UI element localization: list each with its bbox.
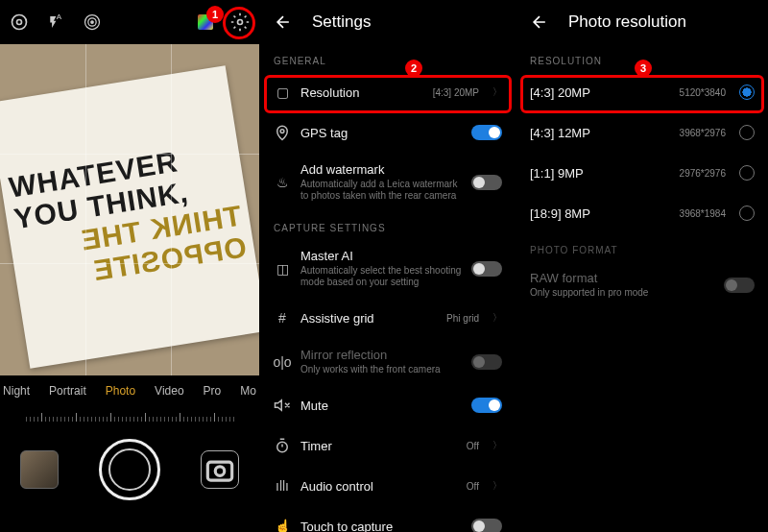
radio-row-8mp[interactable]: [18:9] 8MP 3968*1984	[516, 193, 768, 233]
switch-camera-button[interactable]	[201, 450, 239, 489]
ai-icon[interactable]	[10, 12, 29, 32]
svg-point-4	[91, 21, 94, 24]
watermark-icon: ♨	[274, 174, 291, 191]
live-photo-icon[interactable]	[83, 12, 102, 32]
radio-button[interactable]	[739, 165, 755, 181]
row-resolution[interactable]: ▢ Resolution [4:3] 20MP 〉	[260, 72, 516, 112]
svg-point-7	[215, 467, 225, 476]
radio-row-9mp[interactable]: [1:1] 9MP 2976*2976	[516, 153, 768, 193]
row-value: [4:3] 20MP	[433, 87, 479, 98]
flash-icon[interactable]: A	[46, 12, 65, 32]
svg-rect-6	[207, 462, 231, 480]
section-resolution: RESOLUTION	[516, 44, 768, 72]
row-sub: Only supported in pro mode	[530, 287, 714, 299]
toggle-watermark[interactable]	[471, 175, 502, 190]
svg-point-8	[280, 130, 284, 133]
mode-pro[interactable]: Pro	[204, 384, 222, 398]
row-label: Resolution	[300, 85, 423, 100]
option-label: [1:1] 9MP	[530, 166, 670, 181]
mode-video[interactable]: Video	[155, 384, 183, 398]
row-gps[interactable]: GPS tag	[260, 112, 516, 153]
row-timer[interactable]: Timer Off 〉	[260, 425, 516, 466]
row-watermark[interactable]: ♨ Add watermark Automatically add a Leic…	[260, 153, 516, 211]
row-label: Audio control	[300, 479, 457, 494]
row-masterai[interactable]: ◫ Master AI Automatically select the bes…	[260, 239, 516, 298]
radio-button[interactable]	[739, 85, 755, 100]
mode-night[interactable]: Night	[3, 384, 30, 398]
toggle-raw	[724, 278, 755, 293]
timer-icon	[274, 437, 291, 454]
radio-row-20mp[interactable]: [4:3] 20MP 5120*3840	[516, 72, 768, 112]
gear-icon[interactable]	[230, 12, 250, 32]
option-label: [4:3] 20MP	[530, 85, 670, 100]
row-label: Assistive grid	[300, 311, 437, 326]
option-label: [18:9] 8MP	[530, 206, 670, 221]
toggle-mute[interactable]	[471, 398, 502, 413]
row-sub: Automatically select the best shooting m…	[300, 265, 462, 288]
row-mirror: o|o Mirror reflection Only works with th…	[260, 338, 516, 385]
chevron-right-icon: 〉	[492, 439, 502, 452]
viewfinder[interactable]: WHATEVER YOU THINK, THINK THE OPPOSITE	[0, 44, 259, 375]
row-label: Mirror reflection	[300, 348, 462, 362]
radio-button[interactable]	[739, 125, 755, 140]
filter-icon[interactable]	[198, 14, 213, 30]
row-label: GPS tag	[300, 126, 462, 140]
row-label: Timer	[300, 439, 457, 453]
option-dims: 3968*2976	[680, 128, 726, 138]
camera-screen: A WHATEVER YOU THINK, THINK THE OPPOSITE…	[0, 0, 259, 532]
camera-controls	[0, 422, 259, 518]
radio-button[interactable]	[739, 206, 755, 221]
row-label: Master AI	[300, 249, 462, 263]
chevron-right-icon: 〉	[492, 479, 502, 493]
mute-icon	[274, 397, 291, 414]
toggle-mirror	[471, 354, 502, 370]
camera-top-bar: A	[0, 0, 259, 44]
row-label: Mute	[300, 399, 462, 413]
row-touch[interactable]: ☝ Touch to capture	[260, 506, 516, 532]
chevron-right-icon: 〉	[492, 85, 502, 99]
shutter-button[interactable]	[99, 439, 160, 500]
row-audio[interactable]: ıllı Audio control Off 〉	[260, 466, 516, 506]
option-dims: 5120*3840	[680, 87, 726, 98]
audio-icon: ıllı	[274, 477, 291, 495]
section-general: GENERAL	[260, 44, 516, 72]
resolution-title: Photo resolution	[568, 12, 686, 32]
mode-selector[interactable]: Night Portrait Photo Video Pro Mo	[0, 375, 259, 406]
radio-row-12mp[interactable]: [4:3] 12MP 3968*2976	[516, 112, 768, 153]
toggle-gps[interactable]	[471, 125, 502, 140]
mode-more[interactable]: Mo	[240, 384, 256, 398]
row-grid[interactable]: # Assistive grid Phi grid 〉	[260, 298, 516, 338]
row-value: Off	[467, 441, 479, 451]
row-mute[interactable]: Mute	[260, 385, 516, 425]
back-icon[interactable]	[530, 12, 549, 32]
row-sub: Automatically add a Leica watermark to p…	[300, 179, 462, 202]
mode-ticks	[0, 406, 259, 422]
location-icon	[274, 124, 291, 141]
section-capture: CAPTURE SETTINGS	[260, 211, 516, 239]
poster-subject: WHATEVER YOU THINK, THINK THE OPPOSITE	[0, 65, 259, 369]
chevron-right-icon: 〉	[492, 311, 502, 325]
svg-point-5	[238, 20, 243, 25]
mirror-icon: o|o	[274, 353, 291, 371]
touch-icon: ☝	[274, 518, 291, 532]
grid-icon: #	[274, 309, 291, 326]
settings-screen: Settings GENERAL ▢ Resolution [4:3] 20MP…	[259, 0, 516, 532]
back-icon[interactable]	[274, 12, 293, 32]
gallery-thumbnail[interactable]	[20, 450, 59, 489]
mode-photo[interactable]: Photo	[106, 384, 135, 398]
mode-portrait[interactable]: Portrait	[49, 384, 86, 398]
settings-header: Settings	[260, 0, 516, 44]
row-label: RAW format	[530, 271, 714, 285]
row-label: Touch to capture	[300, 520, 462, 533]
option-dims: 2976*2976	[680, 168, 726, 179]
row-label: Add watermark	[300, 162, 462, 177]
settings-title: Settings	[312, 12, 371, 32]
section-format: PHOTO FORMAT	[516, 233, 768, 261]
option-label: [4:3] 12MP	[530, 126, 670, 140]
toggle-masterai[interactable]	[471, 261, 502, 277]
resolution-screen: Photo resolution RESOLUTION [4:3] 20MP 5…	[516, 0, 768, 532]
svg-point-0	[12, 15, 27, 30]
toggle-touch[interactable]	[471, 519, 502, 532]
resolution-header: Photo resolution	[516, 0, 768, 44]
row-sub: Only works with the front camera	[300, 364, 462, 375]
